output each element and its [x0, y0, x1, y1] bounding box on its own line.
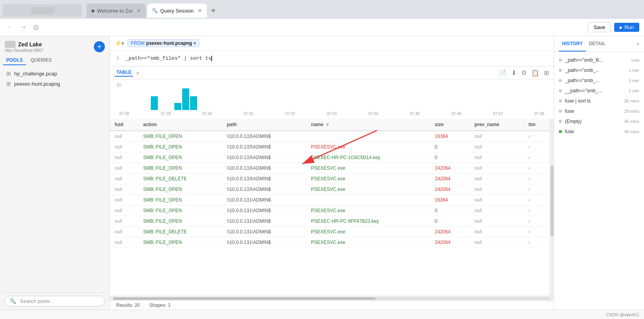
cell-prev_name: null	[470, 205, 524, 216]
history-item[interactable]: fuse | sort ts 26 mins	[554, 96, 644, 106]
horizontal-scrollbar[interactable]	[110, 296, 554, 301]
cell-size: 242064	[430, 227, 470, 237]
save-button[interactable]: Save	[588, 22, 611, 32]
sidebar-tab-pools[interactable]: POOLS	[3, 56, 26, 65]
history-button[interactable]: ⊙	[31, 22, 40, 33]
cell-expand[interactable]: ›	[524, 195, 550, 205]
cell-expand[interactable]: ›	[524, 184, 550, 195]
cell-expand[interactable]: ›	[524, 152, 550, 163]
sidebar-tab-queries[interactable]: QUERIES	[27, 56, 55, 65]
filter-icon[interactable]: ⚙	[521, 69, 527, 77]
table-row[interactable]: null SMB::FILE_OPEN \\10.0.0.133\ADMIN$ …	[110, 152, 550, 163]
h-scrollbar-thumb[interactable]	[113, 297, 375, 300]
chart-label-1: 07:39	[161, 112, 171, 116]
cell-size: 0	[430, 152, 470, 163]
history-item[interactable]: fuse 46 mins	[554, 126, 644, 137]
vertical-scrollbar[interactable]	[550, 119, 554, 296]
cell-name: PSEXEC-HR-PC-8FF87B23.key	[306, 216, 430, 227]
history-dot	[559, 89, 562, 92]
scrollbar-thumb[interactable]	[551, 166, 554, 236]
cell-expand[interactable]: ›	[524, 216, 550, 227]
table-row[interactable]: null SMB::FILE_OPEN \\10.0.0.131\ADMIN$ …	[110, 216, 550, 227]
tab-query-session[interactable]: 🔍 Query Session ✕	[147, 4, 207, 18]
col-path[interactable]: path	[222, 119, 306, 131]
cell-expand[interactable]: ›	[524, 174, 550, 184]
cell-fuid: null	[110, 152, 138, 163]
tab-history[interactable]: HISTORY	[559, 36, 586, 51]
cell-path: \\10.0.0.131\ADMIN$	[222, 227, 306, 237]
col-action[interactable]: action	[138, 119, 222, 131]
history-query: _path=="smb_fil...	[565, 57, 628, 63]
table-row[interactable]: null SMB::FILE_OPEN \\10.0.0.133\ADMIN$ …	[110, 184, 550, 195]
code-text: _path=="smb_files" | sort ts	[126, 55, 211, 61]
history-item[interactable]: fuse 29 mins	[554, 106, 644, 116]
col-prev_name[interactable]: prev_name	[470, 119, 524, 131]
table-row[interactable]: null SMB::FILE_DELETE \\10.0.0.133\ADMIN…	[110, 174, 550, 184]
play-icon: ▶	[620, 25, 623, 29]
back-button[interactable]: ←	[5, 22, 15, 32]
history-item[interactable]: (Empty) 45 mins	[554, 116, 644, 126]
tab-welcome[interactable]: ◆ Welcome to Zui ✕	[86, 4, 146, 18]
query-bar: ⚡▾ FROM psexec-hunt.pcapng ▾	[110, 36, 554, 51]
cell-expand[interactable]: ›	[524, 205, 550, 216]
download-icon[interactable]: ⬇	[511, 69, 516, 77]
history-query: fuse | sort ts	[565, 98, 621, 104]
status-label: CSDN @vlan911	[606, 312, 639, 317]
table-header-row: fuid action path name ▾ size prev_name t…	[110, 119, 550, 131]
code-editor[interactable]: 1 _path=="smb_files" | sort ts	[110, 51, 554, 66]
pool-item-psexec[interactable]: ⊞ psexec-hunt.pcapng	[0, 79, 110, 89]
history-time: 1 min	[629, 78, 639, 83]
cell-action: SMB::FILE_DELETE	[138, 227, 222, 237]
cell-size: 242064	[430, 184, 470, 195]
history-query: fuse	[565, 129, 621, 134]
table-row[interactable]: null SMB::FILE_OPEN \\10.0.0.133\ADMIN$ …	[110, 131, 550, 142]
history-item[interactable]: _path=="smb_... 1 min	[554, 65, 644, 75]
table-row[interactable]: null SMB::FILE_OPEN \\10.0.0.131\ADMIN$ …	[110, 205, 550, 216]
table-row[interactable]: null SMB::FILE_OPEN \\10.0.0.133\ADMIN$ …	[110, 163, 550, 174]
table-row[interactable]: null SMB::FILE_OPEN \\10.0.0.133\ADMIN$ …	[110, 142, 550, 152]
col-size[interactable]: size	[430, 119, 470, 131]
col-fuid[interactable]: fuid	[110, 119, 138, 131]
tab-welcome-close[interactable]: ✕	[136, 7, 141, 14]
pool-item-hp[interactable]: ⊞ hp_challenge.pcap	[0, 68, 110, 79]
history-item[interactable]: __path=="smb_... 1 min	[554, 86, 644, 96]
cell-size: 0	[430, 216, 470, 227]
tab-query-close[interactable]: ✕	[198, 7, 202, 14]
table-row[interactable]: null SMB::FILE_OPEN \\10.0.0.131\ADMIN$ …	[110, 237, 550, 248]
history-item[interactable]: _path=="smb_... 1 min	[554, 75, 644, 86]
cell-prev_name: null	[470, 131, 524, 142]
cell-expand[interactable]: ›	[524, 227, 550, 237]
panel-expand-icon[interactable]: »	[637, 41, 639, 47]
tab-detail[interactable]: DETAIL	[586, 36, 609, 51]
cell-size: 16384	[430, 131, 470, 142]
zed-query-icon: ⚡▾	[115, 40, 124, 46]
history-item[interactable]: _path=="smb_fil... now	[554, 55, 644, 65]
cell-action: SMB::FILE_OPEN	[138, 195, 222, 205]
cell-expand[interactable]: ›	[524, 237, 550, 248]
sidebar-url: http://localhost:9867	[5, 48, 43, 53]
cell-path: \\10.0.0.133\ADMIN$	[222, 163, 306, 174]
col-name[interactable]: name ▾	[306, 119, 430, 131]
col-tim[interactable]: tim	[524, 119, 550, 131]
run-button[interactable]: ▶ Run	[614, 23, 639, 32]
chart-label-9: 07:47	[493, 112, 503, 116]
expand-icon[interactable]: »	[136, 70, 139, 76]
search-pools-input[interactable]: 🔍 Search pools .	[5, 296, 105, 306]
share-icon[interactable]: 📋	[531, 69, 539, 77]
new-tab-button[interactable]: +	[209, 6, 218, 15]
from-badge[interactable]: FROM psexec-hunt.pcapng ▾	[127, 39, 199, 47]
forward-button[interactable]: →	[18, 22, 28, 32]
cell-expand[interactable]: ›	[524, 142, 550, 152]
cell-expand[interactable]: ›	[524, 163, 550, 174]
table-tab[interactable]: TABLE	[115, 69, 133, 77]
document-icon[interactable]: 📄	[499, 69, 507, 77]
cell-fuid: null	[110, 142, 138, 152]
table-row[interactable]: null SMB::FILE_OPEN \\10.0.0.131\ADMIN$ …	[110, 195, 550, 205]
cell-size: 242064	[430, 237, 470, 248]
data-table[interactable]: fuid action path name ▾ size prev_name t…	[110, 119, 550, 296]
table-row[interactable]: null SMB::FILE_DELETE \\10.0.0.131\ADMIN…	[110, 227, 550, 237]
cell-expand[interactable]: ›	[524, 131, 550, 142]
cell-fuid: null	[110, 195, 138, 205]
add-pool-button[interactable]: +	[94, 41, 105, 52]
table-view-icon[interactable]: ⊞	[544, 69, 549, 77]
